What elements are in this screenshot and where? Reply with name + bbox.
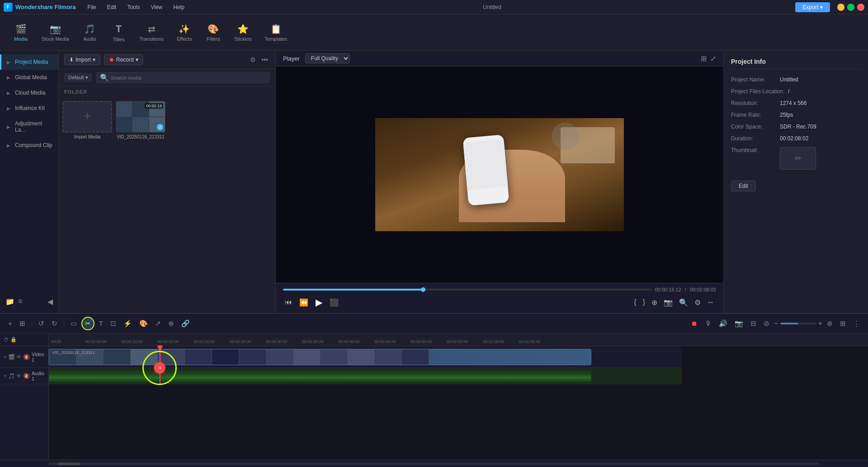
step-back-button[interactable]: ⏪ [297, 296, 310, 309]
toolbar-media[interactable]: 🎬 Media [7, 21, 34, 44]
menu-view[interactable]: View [146, 3, 167, 11]
toolbar-titles[interactable]: T Titles [105, 20, 132, 45]
scroll-thumb[interactable] [58, 462, 80, 465]
video-clip[interactable]: VID_20250116_213311 [49, 349, 591, 365]
fullscreen-button[interactable]: ⤢ [710, 54, 716, 63]
video-track-lock-icon[interactable]: 🎬 [8, 354, 15, 360]
list-view-icon[interactable]: ≡ [18, 297, 22, 306]
stop-button[interactable]: ⬛ [328, 296, 340, 309]
mark-out-button[interactable]: } [641, 296, 647, 308]
menu-file[interactable]: File [83, 3, 100, 11]
audio-track-eye-icon[interactable]: 👁 [16, 373, 22, 379]
video-track-add-icon[interactable]: + [4, 354, 7, 360]
menu-edit[interactable]: Edit [103, 3, 121, 11]
motion-button[interactable]: ↗ [152, 318, 164, 329]
more-tl-button[interactable]: ⋮ [850, 318, 863, 329]
collapse-panel-icon[interactable]: ◀ [47, 297, 53, 306]
audio-track-add-icon[interactable]: + [4, 373, 7, 379]
add-track-button[interactable]: + [5, 318, 15, 329]
toolbar-stock-media[interactable]: 📷 Stock Media [36, 21, 75, 44]
sidebar-item-project-media[interactable]: ▶ Project Media [0, 54, 58, 70]
toolbar-effects[interactable]: ✨ Effects [171, 21, 198, 44]
speed-button[interactable]: ⚡ [121, 318, 135, 329]
import-button[interactable]: ⬇ Import ▾ [64, 54, 100, 65]
scroll-track[interactable] [49, 462, 819, 465]
pip-button[interactable]: ⊟ [748, 318, 759, 329]
add-to-timeline-button[interactable]: ⊕ [650, 296, 659, 309]
progress-bar[interactable] [283, 289, 651, 291]
sidebar-item-cloud-media[interactable]: ▶ Cloud Media [0, 85, 58, 100]
play-button[interactable]: ▶ [314, 295, 324, 310]
undo-button[interactable]: ↺ [36, 318, 47, 329]
new-folder-icon[interactable]: 📁 [5, 297, 14, 306]
zoom-button[interactable]: 🔍 [677, 296, 690, 309]
app-logo: F Wondershare Filmora [4, 3, 75, 12]
export-button[interactable]: Export ▾ [795, 2, 830, 12]
video-track-eye-icon[interactable]: 👁 [16, 354, 22, 360]
zoom-in-icon[interactable]: + [818, 319, 822, 328]
import-thumbnail[interactable]: + [62, 101, 112, 133]
video-track-mute-icon[interactable]: 🔇 [23, 354, 30, 360]
snapshot-button[interactable]: 📷 [662, 296, 675, 309]
toolbar-audio[interactable]: 🎵 Audio [76, 21, 104, 44]
toolbar-stickers[interactable]: ⭐ Stickers [229, 21, 257, 44]
record-button[interactable]: ⏺ Record ▾ [104, 54, 143, 65]
zoom-out-icon[interactable]: − [774, 319, 778, 328]
sidebar-item-compound-clip[interactable]: ▶ Compound Clip [0, 138, 58, 153]
text-button[interactable]: T [96, 318, 106, 329]
total-time: 00:02:08:02 [690, 287, 716, 292]
zoom-slider[interactable] [780, 323, 816, 324]
menu-tools[interactable]: Tools [123, 3, 144, 11]
more-button[interactable]: ↔ [705, 296, 716, 308]
link-button[interactable]: 🔗 [179, 318, 193, 329]
ripple-edit-button[interactable]: ⊞ [17, 318, 28, 329]
sidebar-item-influence-kit[interactable]: ▶ Influence Kit [0, 100, 58, 116]
duration-badge: 00:02:19 [145, 103, 163, 109]
record-tl-button[interactable]: ⏺ [688, 318, 700, 329]
grid-view-button[interactable]: ⊞ [701, 54, 707, 63]
audio-detach-button[interactable]: 🔊 [716, 318, 730, 329]
mark-in-button[interactable]: { [632, 296, 638, 308]
snapshot-tl-button[interactable]: 📷 [732, 318, 746, 329]
transitions-icon: ⇄ [148, 24, 156, 34]
razor-button[interactable]: ✂ [81, 317, 94, 330]
thumbnail-edit-icon[interactable]: ✏ [795, 153, 802, 163]
progress-handle[interactable] [421, 287, 425, 292]
settings-button[interactable]: ⚙ [693, 296, 703, 309]
crop-button[interactable]: ⊡ [108, 318, 119, 329]
quality-select[interactable]: Full Quality [305, 53, 350, 63]
stabilize-button[interactable]: ⊘ [761, 318, 772, 329]
import-media-item[interactable]: + Import Media [62, 101, 112, 310]
toolbar-filters[interactable]: 🎨 Filters [200, 21, 227, 44]
sort-button[interactable]: Default ▾ [64, 73, 92, 82]
audio-track-mute-icon[interactable]: 🔇 [23, 373, 30, 379]
colorspace-label: Color Space: [731, 124, 776, 130]
close-button[interactable] [857, 4, 864, 11]
skip-back-button[interactable]: ⏮ [283, 296, 294, 308]
maximize-button[interactable] [847, 4, 854, 11]
fit-timeline-button[interactable]: ⊛ [824, 318, 835, 329]
minimize-button[interactable] [837, 4, 844, 11]
video-thumbnail[interactable]: 00:02:19 ✓ [116, 101, 165, 133]
mask-button[interactable]: ⊕ [165, 318, 177, 329]
toolbar-transitions[interactable]: ⇄ Transitions [134, 21, 169, 44]
trim-button[interactable]: ▭ [68, 318, 80, 329]
toolbar-templates[interactable]: 📋 Templates [259, 21, 292, 44]
sidebar-item-adjustment-layer[interactable]: ▶ Adjustment La... [0, 116, 58, 138]
edit-button[interactable]: Edit [731, 181, 756, 191]
color-button[interactable]: 🎨 [137, 318, 151, 329]
layout-button[interactable]: ⊞ [837, 318, 849, 329]
more-media-button[interactable]: ••• [259, 54, 270, 65]
voiceover-button[interactable]: 🎙 [702, 318, 714, 329]
search-box[interactable]: 🔍 [96, 72, 270, 83]
video-media-item[interactable]: 00:02:19 ✓ VID_20250116_213311 [116, 101, 165, 310]
search-input[interactable] [111, 75, 266, 81]
audio-track-wave-icon[interactable]: 🎵 [8, 373, 15, 379]
redo-button[interactable]: ↻ [49, 318, 60, 329]
templates-icon: 📋 [270, 24, 282, 34]
sidebar-item-global-media[interactable]: ▶ Global Media [0, 70, 58, 85]
timeline-tracks[interactable]: 00:00 00:00:05:00 00:00:10:00 00:00:15:0… [49, 334, 868, 460]
filter-media-button[interactable]: ⚙ [248, 54, 258, 65]
timeline-lock-icon[interactable]: 🔒 [10, 337, 17, 343]
menu-help[interactable]: Help [169, 3, 189, 11]
